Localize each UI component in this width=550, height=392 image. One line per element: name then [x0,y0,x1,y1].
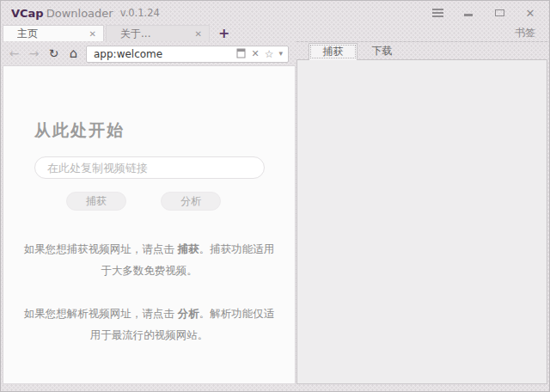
address-dropdown-icon[interactable]: ▾ [278,50,283,58]
new-tab-button[interactable]: + [218,26,229,41]
minimize-button[interactable] [453,1,484,25]
address-bar[interactable]: ✕ ☆ ▾ [86,46,289,63]
close-button[interactable]: ✕ [515,1,546,25]
app-name: Downloader [46,7,113,20]
tab-label: 主页 [17,27,84,41]
tab-close-icon[interactable]: ✕ [89,29,96,39]
close-icon: ✕ [526,8,535,19]
tab-home[interactable]: 主页 ✕ [3,25,104,41]
navigation-toolbar: ← → ↻ ⌂ ✕ ☆ ▾ [3,42,296,65]
video-link-input[interactable] [34,156,265,179]
home-icon[interactable]: ⌂ [64,42,83,65]
title-bar: VCap Downloader v.0.1.24 ✕ [1,1,549,25]
panel-tab-bar: 捕获 下载 [296,42,547,59]
forward-icon[interactable]: → [24,42,44,65]
page-thumbnail-icon[interactable] [236,46,246,62]
back-icon[interactable]: ← [4,42,24,65]
text-segment: 如果您想捕获视频网址，请点击 [24,242,178,255]
refresh-icon[interactable]: ↻ [44,42,64,65]
menu-button[interactable] [422,1,453,25]
tab-download[interactable]: 下载 [358,43,406,59]
tab-capture[interactable]: 捕获 [309,43,358,60]
app-window: VCap Downloader v.0.1.24 ✕ 主页 ✕ 关于... ✕ … [0,0,550,392]
capture-panel: 捕获 下载 [296,41,547,391]
main-area: ← → ↻ ⌂ ✕ ☆ ▾ 从此处开始 捕获 [1,42,549,391]
window-controls: ✕ [422,1,546,25]
text-segment-bold: 分析 [178,307,199,320]
clear-address-icon[interactable]: ✕ [251,49,259,58]
action-buttons: 捕获 分析 [66,192,295,211]
app-brand: VCap [11,7,44,20]
maximize-icon [495,9,504,16]
address-input[interactable] [89,47,235,61]
tab-about[interactable]: 关于... ✕ [106,25,210,41]
capture-help-text: 如果您想捕获视频网址，请点击 捕获。捕获功能适用于大多数免费视频。 [21,238,278,281]
minimize-icon [464,14,473,16]
tab-label: 关于... [120,27,190,41]
text-segment-bold: 捕获 [178,242,199,255]
page-title: 从此处开始 [34,119,295,142]
analyze-button[interactable]: 分析 [161,192,221,211]
browser-tab-bar: 主页 ✕ 关于... ✕ + 书签 [1,25,549,42]
capture-list [296,59,547,384]
welcome-page: 从此处开始 捕获 分析 如果您想捕获视频网址，请点击 捕获。捕获功能适用于大多数… [3,65,296,384]
app-version: v.0.1.24 [120,7,160,19]
maximize-button[interactable] [484,1,515,25]
text-segment: 如果您想解析视频网址，请点击 [24,307,178,320]
tab-close-icon[interactable]: ✕ [195,29,202,39]
hamburger-menu-icon [432,9,443,10]
analyze-help-text: 如果您想解析视频网址，请点击 分析。解析功能仅适用于最流行的视频网站。 [21,303,278,346]
browser-pane: ← → ↻ ⌂ ✕ ☆ ▾ 从此处开始 捕获 [3,42,296,391]
bookmarks-button[interactable]: 书签 [515,26,535,40]
bookmark-star-icon[interactable]: ☆ [265,49,274,59]
capture-button[interactable]: 捕获 [66,192,126,211]
